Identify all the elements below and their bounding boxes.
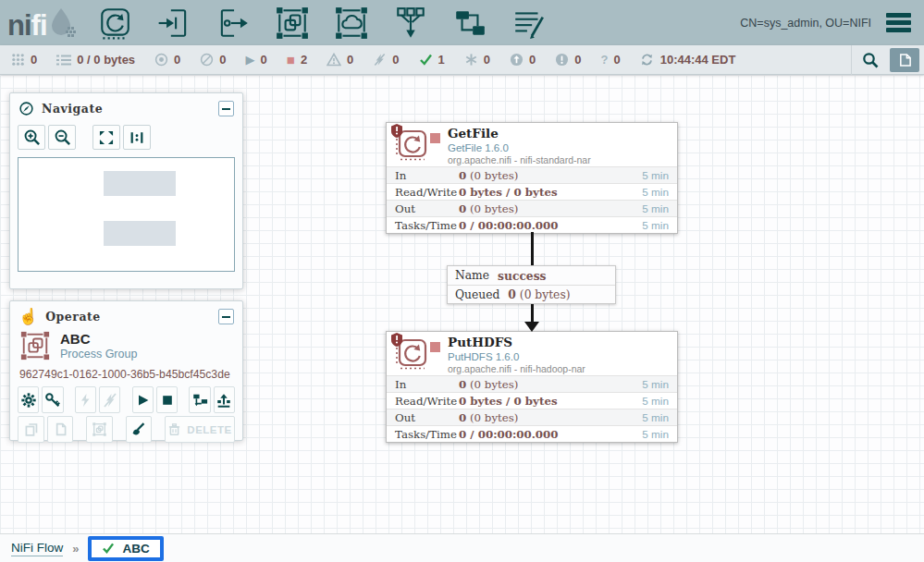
- operate-palette: ☝ Operate ABC Process Group 962749c1-016…: [9, 300, 243, 441]
- panel-toggle-button[interactable]: [890, 48, 919, 72]
- global-menu-icon[interactable]: [884, 11, 913, 34]
- search-button[interactable]: [851, 45, 888, 75]
- connection-label[interactable]: Name success Queued 0 (0 bytes): [447, 265, 616, 304]
- stat-row-in: In 0 (0 bytes) 5 min: [387, 375, 677, 392]
- stat-value: 0: [459, 378, 466, 391]
- zoom-out-button[interactable]: [48, 125, 76, 150]
- delete-button[interactable]: DELETE: [165, 416, 235, 443]
- logo-text-ni: ni: [7, 11, 31, 40]
- stopped-icon: ■: [287, 53, 295, 67]
- breadcrumb-root[interactable]: NiFi Flow: [11, 541, 63, 556]
- transmitting-count: 0: [174, 53, 180, 67]
- zoom-in-button[interactable]: [18, 125, 45, 150]
- connection-queued-key: Queued: [455, 288, 499, 301]
- selection-type: Process Group: [60, 348, 137, 360]
- stat-label: Out: [387, 411, 459, 424]
- stat-value-detail: (0 bytes): [466, 202, 518, 215]
- sync-failure-count: 0: [613, 53, 620, 67]
- operate-header[interactable]: ☝ Operate: [10, 301, 242, 326]
- label-icon[interactable]: [511, 6, 547, 41]
- input-port-icon[interactable]: [156, 6, 191, 41]
- breadcrumb-separator: »: [72, 542, 79, 556]
- processor-name: GetFile: [448, 127, 591, 141]
- enable-icon: [78, 393, 92, 408]
- stat-label: Tasks/Time: [387, 428, 459, 441]
- template-icon[interactable]: [452, 6, 487, 41]
- restricted-shield-icon: [391, 124, 402, 138]
- create-template-icon: [191, 392, 208, 409]
- processor-icon[interactable]: [97, 6, 132, 41]
- processor-puthdfs[interactable]: PutHDFS PutHDFS 1.6.0 org.apache.nifi - …: [386, 331, 678, 443]
- create-template-button[interactable]: [189, 386, 210, 413]
- minus-icon: [222, 316, 230, 318]
- group-button[interactable]: [86, 416, 113, 443]
- stat-row-in: In 0 (0 bytes) 5 min: [387, 166, 677, 183]
- remote-process-group-icon[interactable]: [334, 6, 369, 41]
- stat-window: 5 min: [642, 378, 677, 391]
- birdseye-processor-getfile: [104, 171, 176, 196]
- fill-color-button[interactable]: [126, 416, 153, 443]
- operate-title: Operate: [45, 310, 101, 324]
- processor-bundle: org.apache.nifi - nifi-hadoop-nar: [448, 363, 585, 376]
- status-transmitting: 0: [154, 53, 180, 67]
- stat-value: 0: [459, 169, 466, 182]
- enable-button[interactable]: [75, 386, 96, 413]
- zoom-fit-button[interactable]: [92, 125, 120, 150]
- stat-value-detail: (0 bytes): [466, 378, 518, 391]
- stopped-status-icon: [430, 133, 440, 143]
- stop-icon: [160, 393, 175, 408]
- current-user: CN=sys_admin, OU=NIFI: [740, 17, 871, 30]
- output-port-icon[interactable]: [216, 6, 251, 41]
- running-icon: ▶: [246, 54, 255, 66]
- stat-value: 0 / 00:00:00.000: [459, 219, 558, 232]
- navigate-controls: [10, 122, 242, 153]
- stale-count: 0: [529, 53, 536, 67]
- configuration-button[interactable]: [18, 386, 39, 413]
- processor-name: PutHDFS: [448, 336, 585, 350]
- upload-template-button[interactable]: [214, 386, 235, 413]
- stat-window: 5 min: [642, 186, 677, 199]
- flow-canvas[interactable]: Navigate: [0, 75, 924, 533]
- start-button[interactable]: [132, 386, 154, 413]
- stat-row-tasks: Tasks/Time 0 / 00:00:00.000 5 min: [387, 425, 677, 442]
- processor-version: GetFile 1.6.0: [448, 141, 591, 154]
- disable-button[interactable]: [99, 386, 120, 413]
- transmitting-icon: [154, 53, 168, 67]
- paste-button[interactable]: [47, 416, 74, 443]
- funnel-icon[interactable]: [393, 6, 428, 41]
- compass-icon: [18, 101, 34, 116]
- stat-row-out: Out 0 (0 bytes) 5 min: [387, 409, 677, 425]
- processor-getfile[interactable]: GetFile GetFile 1.6.0 org.apache.nifi - …: [386, 122, 678, 234]
- processor-bundle: org.apache.nifi - nifi-standard-nar: [448, 154, 591, 167]
- operate-collapse-button[interactable]: [218, 309, 234, 324]
- status-invalid: 0: [326, 53, 353, 67]
- queued-icon: [56, 54, 71, 67]
- navigate-collapse-button[interactable]: [218, 101, 234, 116]
- locally-modified-and-stale-icon: [555, 53, 569, 67]
- stop-button[interactable]: [156, 386, 178, 413]
- zoom-actual-size-button[interactable]: [123, 125, 151, 150]
- zoom-out-icon: [54, 128, 71, 146]
- stat-label: Out: [387, 202, 459, 215]
- minus-icon: [222, 108, 230, 110]
- selection-name: ABC: [60, 331, 137, 348]
- refresh-status[interactable]: 10:44:44 EDT: [640, 53, 736, 67]
- trash-icon: [167, 422, 181, 436]
- access-policies-button[interactable]: [42, 386, 63, 413]
- processor-getfile-header: GetFile GetFile 1.6.0 org.apache.nifi - …: [387, 123, 677, 166]
- stat-label: In: [387, 169, 459, 182]
- copy-icon: [23, 422, 39, 437]
- locally-modified-icon: [464, 53, 478, 67]
- birdseye-view[interactable]: [18, 157, 235, 272]
- stat-value-detail: (0 bytes): [466, 411, 518, 424]
- nifi-app: nifi: [0, 0, 924, 562]
- sync-failure-icon: ?: [601, 54, 609, 66]
- navigate-header[interactable]: Navigate: [10, 93, 242, 122]
- stat-row-readwrite: Read/Write 0 bytes / 0 bytes 5 min: [387, 392, 677, 409]
- process-group-icon[interactable]: [275, 6, 310, 41]
- breadcrumb-current[interactable]: ABC: [122, 542, 149, 556]
- status-locally-modified: 0: [464, 53, 490, 67]
- copy-button[interactable]: [18, 416, 44, 443]
- invalid-count: 0: [347, 53, 353, 67]
- connection-name-value: success: [498, 269, 547, 283]
